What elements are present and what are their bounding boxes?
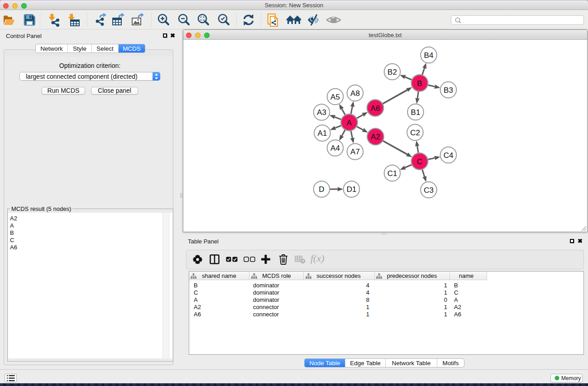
svg-text:B1: B1 bbox=[411, 108, 421, 117]
svg-text:C2: C2 bbox=[410, 129, 420, 137]
svg-text:A: A bbox=[347, 119, 352, 127]
svg-text:A5: A5 bbox=[330, 93, 340, 101]
svg-text:A4: A4 bbox=[330, 144, 340, 152]
svg-text:C: C bbox=[417, 157, 422, 166]
svg-text:B: B bbox=[417, 79, 422, 88]
svg-text:C4: C4 bbox=[444, 151, 454, 160]
svg-text:A8: A8 bbox=[350, 89, 360, 98]
svg-text:A3: A3 bbox=[317, 108, 326, 117]
svg-text:B3: B3 bbox=[444, 86, 453, 95]
svg-text:B4: B4 bbox=[424, 51, 434, 60]
svg-text:C3: C3 bbox=[424, 186, 434, 195]
svg-text:A7: A7 bbox=[350, 148, 360, 156]
svg-text:D: D bbox=[319, 185, 324, 194]
svg-text:D1: D1 bbox=[347, 185, 357, 194]
svg-text:B2: B2 bbox=[387, 68, 397, 76]
svg-text:A2: A2 bbox=[371, 133, 380, 141]
svg-text:A6: A6 bbox=[371, 104, 380, 113]
svg-text:C1: C1 bbox=[387, 169, 397, 178]
svg-text:A1: A1 bbox=[318, 129, 327, 138]
